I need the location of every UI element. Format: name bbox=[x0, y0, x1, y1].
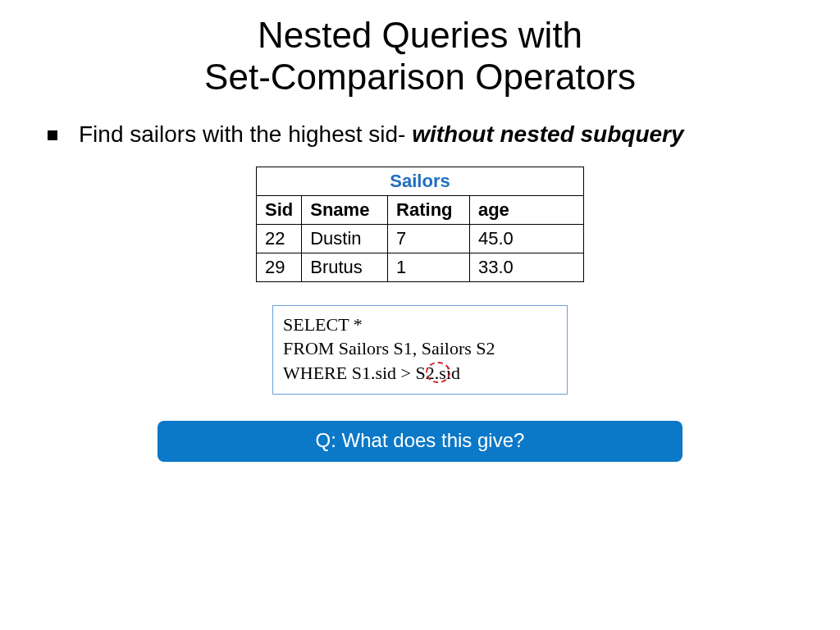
bullet-prefix: Find sailors with the highest sid- bbox=[79, 121, 412, 147]
sql-rest-2: Sailors S1, Sailors S2 bbox=[334, 338, 495, 358]
col-header-sname: Sname bbox=[302, 195, 388, 224]
cell-rating: 7 bbox=[388, 224, 470, 253]
title-line-1: Nested Queries with bbox=[258, 15, 582, 55]
slide-title: Nested Queries with Set-Comparison Opera… bbox=[0, 0, 840, 98]
cell-age: 45.0 bbox=[469, 224, 583, 253]
sql-rest-1: * bbox=[349, 314, 363, 335]
question-bar: Q: What does this give? bbox=[158, 421, 682, 462]
cell-sname: Brutus bbox=[302, 253, 388, 281]
sql-query-box: SELECT * FROM Sailors S1, Sailors S2 WHE… bbox=[272, 305, 568, 395]
question-text: Q: What does this give? bbox=[316, 429, 525, 451]
sql-line-3: WHERE S1.sid > S2.sid bbox=[283, 361, 557, 386]
cell-age: 33.0 bbox=[469, 253, 583, 281]
bullet-emphasis: without nested subquery bbox=[412, 121, 683, 147]
title-line-2: Set-Comparison Operators bbox=[204, 57, 636, 97]
col-header-sid: Sid bbox=[257, 195, 302, 224]
bullet-item: Find sailors with the highest sid- witho… bbox=[48, 121, 840, 148]
sql-rest-3: S1.sid > S2.sid bbox=[347, 363, 460, 383]
sailors-table: Sailors Sid Sname Rating age 22 Dustin 7… bbox=[256, 167, 584, 282]
col-header-age: age bbox=[469, 195, 583, 224]
square-bullet-icon bbox=[48, 130, 57, 140]
sql-keyword-where: WHERE bbox=[283, 363, 347, 383]
sql-line-1: SELECT * bbox=[283, 313, 557, 337]
table-caption: Sailors bbox=[257, 167, 584, 195]
sql-line-2: FROM Sailors S1, Sailors S2 bbox=[283, 336, 557, 361]
cell-sid: 29 bbox=[257, 253, 302, 281]
sql-keyword-from: FROM bbox=[283, 338, 334, 358]
table-row: 29 Brutus 1 33.0 bbox=[257, 253, 584, 281]
cell-rating: 1 bbox=[388, 253, 470, 281]
sailors-table-container: Sailors Sid Sname Rating age 22 Dustin 7… bbox=[256, 167, 584, 282]
bullet-text: Find sailors with the highest sid- witho… bbox=[79, 121, 684, 148]
table-header-row: Sid Sname Rating age bbox=[257, 195, 584, 224]
table-caption-row: Sailors bbox=[257, 167, 584, 195]
col-header-rating: Rating bbox=[388, 195, 470, 224]
table-row: 22 Dustin 7 45.0 bbox=[257, 224, 584, 253]
cell-sname: Dustin bbox=[302, 224, 388, 253]
cell-sid: 22 bbox=[257, 224, 302, 253]
sql-keyword-select: SELECT bbox=[283, 314, 349, 335]
